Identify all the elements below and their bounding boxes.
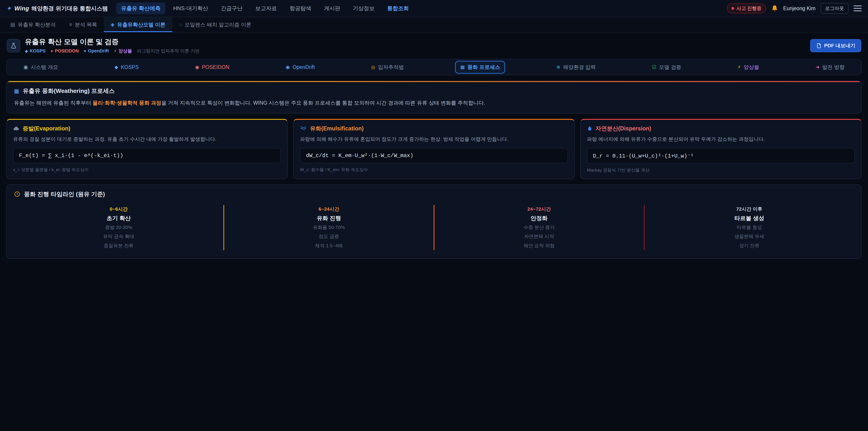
logo-text: Wing: [14, 5, 29, 12]
stage-detail: 자연분해 시작: [439, 233, 639, 240]
page-title: 유출유 확산 모델 이론 및 검증: [25, 37, 199, 47]
circle-icon: ●: [84, 49, 86, 53]
logout-button[interactable]: 로그아웃: [820, 3, 848, 14]
circle-icon: ◉: [195, 64, 199, 70]
wave-icon: [300, 125, 307, 131]
page-header: 유출유 확산 모델 이론 및 검증 ◆ KOSPS ● POSEIDON ● O…: [0, 33, 868, 58]
nav-item-integrated-search[interactable]: 통합조회: [382, 2, 414, 14]
page-header-iconbox: [7, 39, 20, 53]
tab-future-direction[interactable]: ➔ 발전 방향: [811, 61, 849, 73]
weathering-description: 유출유는 해면에 유출된 직후부터 물리·화학·생물학적 풍화 과정을 거쳐 지…: [14, 99, 854, 107]
tab-weathering-process[interactable]: ▦ 풍화 프로세스: [455, 61, 505, 73]
stage-name: 유화 진행: [229, 214, 429, 222]
formula-note: x_i: 성분별 몰분율 / k_ei: 증발 속도상수: [13, 167, 281, 173]
tab-ocean-environment-input[interactable]: ≋ 해양환경 입력: [552, 61, 601, 73]
weathering-intro-card: ▦ 유출유 풍화(Weathering) 프로세스 유출유는 해면에 유출된 직…: [6, 81, 862, 114]
grid-icon: ▦: [460, 64, 465, 70]
stage-detail: 수중 분산 증가: [439, 224, 639, 231]
timeline-stage-tarball: 72시간 이후 타르볼 생성 타르볼 형성 생물분해 우세 장기 잔류: [645, 205, 854, 250]
incident-status-badge[interactable]: 사고 진행중: [727, 3, 766, 13]
evaporation-card: 증발(Evaporation) 유류의 경질 성분이 대기로 증발하는 과정. …: [6, 119, 288, 179]
stage-detail: 유화율 50-70%: [229, 224, 429, 231]
stage-period: 0~6시간: [19, 206, 219, 212]
pdf-export-label: PDF 내보내기: [824, 42, 855, 49]
boom-icon: ◌: [179, 22, 182, 28]
navbar-right: 사고 진행중 Eunjeong Kim 로그아웃: [727, 3, 862, 14]
process-card-title: 증발(Evaporation): [23, 125, 70, 132]
wing-logo-icon: ✦: [6, 5, 11, 12]
stage-name: 타르볼 생성: [649, 214, 849, 222]
beaker-icon: [10, 42, 17, 49]
tab-system-overview[interactable]: ▣ 시스템 개요: [19, 61, 63, 73]
check-icon: ☑: [652, 64, 656, 70]
badge-label: KOSPS: [30, 49, 46, 54]
tab-label: 풍화 프로세스: [467, 64, 500, 71]
nav-item-weather-info[interactable]: 기상정보: [348, 2, 379, 14]
tab-opendrift[interactable]: ◉ OpenDrift: [281, 61, 320, 73]
process-cards-row: 증발(Evaporation) 유류의 경질 성분이 대기로 증발하는 과정. …: [6, 119, 862, 179]
timeline-stage-initial-spread: 0~6시간 초기 확산 증발 20-30% 유막 급속 확대 중질유분 잔류: [14, 205, 223, 250]
stage-detail: 유막 급속 확대: [19, 233, 219, 240]
process-card-description: 파랑에 의해 해수가 유류에 혼입되어 점도가 크게 증가하는 현상. 방제 작…: [300, 135, 568, 144]
nav-item-emergency-rescue[interactable]: 긴급구난: [216, 2, 248, 14]
app-root: ✦ Wing 해양환경 위기대응 통합시스템 유출유 확산예측 HNS·대기확산…: [0, 0, 868, 431]
nav-item-hns-air-diffusion[interactable]: HNS·대기확산: [168, 2, 213, 14]
tab-label: 시스템 개요: [31, 64, 58, 71]
nav-item-board[interactable]: 게시판: [319, 2, 345, 14]
incident-dot-icon: [732, 7, 734, 10]
stage-detail: 타르볼 형성: [649, 224, 849, 231]
badge-label: POSEIDON: [55, 49, 79, 54]
lightning-icon: ⚡: [114, 49, 117, 54]
dispersion-card: 자연분산(Dispersion) 파랑 에너지에 의해 유류가 수중으로 분산되…: [580, 119, 862, 179]
badge-ensemble: ⚡ 앙상블: [114, 48, 132, 54]
nav-item-aerial-search[interactable]: 항공탐색: [285, 2, 316, 14]
stage-name: 안정화: [439, 214, 639, 222]
main-nav: 유출유 확산예측 HNS·대기확산 긴급구난 보고자료 항공탐색 게시판 기상정…: [116, 2, 414, 14]
document-icon: [816, 43, 822, 49]
stage-period: 6~24시간: [229, 206, 429, 212]
pdf-export-button[interactable]: PDF 내보내기: [810, 39, 861, 52]
tab-ensemble[interactable]: ⚡ 앙상블: [733, 61, 764, 73]
tab-kosps[interactable]: ◆ KOSPS: [110, 61, 144, 73]
stage-detail: 체적 1.5~4배: [229, 242, 429, 249]
tab-model-validation[interactable]: ☑ 모델 검증: [647, 61, 686, 73]
app-title: 해양환경 위기대응 통합시스템: [31, 5, 108, 12]
badge-label: 앙상블: [119, 48, 132, 54]
process-card-title: 유화(Emulsification): [310, 125, 364, 132]
droplet-icon: [587, 125, 592, 131]
weathering-timeline-card: 풍화 진행 타임라인 (원유 기준) 0~6시간 초기 확산 증발 20-30%…: [6, 184, 862, 259]
notification-bell-icon[interactable]: [771, 5, 778, 12]
monitor-icon: ▣: [24, 64, 28, 70]
stage-detail: 중질유분 잔류: [19, 242, 219, 249]
stage-detail: 점도 급증: [229, 233, 429, 240]
subtab-oil-fence-algorithm-theory[interactable]: ◌ 오일펜스 배치 알고리즘 이론: [172, 17, 258, 32]
tab-label: KOSPS: [121, 64, 139, 70]
timeline-stage-stabilization: 24~72시간 안정화 수중 분산 증가 자연분해 시작 해안 표착 위험: [434, 205, 644, 250]
page-header-text: 유출유 확산 모델 이론 및 검증 ◆ KOSPS ● POSEIDON ● O…: [25, 37, 199, 54]
tab-label: 앙상블: [744, 64, 759, 71]
logo[interactable]: ✦ Wing 해양환경 위기대응 통합시스템: [6, 5, 108, 12]
subtab-analysis-list[interactable]: ≡ 분석 목록: [62, 17, 104, 32]
tab-poseidon[interactable]: ◉ POSEIDON: [190, 61, 235, 73]
stage-detail: 생물분해 우세: [649, 233, 849, 240]
subtab-label: 분석 목록: [75, 21, 97, 28]
stage-detail: 장기 잔류: [649, 242, 849, 249]
nav-item-oil-spill-forecast[interactable]: 유출유 확산예측: [116, 2, 166, 14]
process-card-description: 유류의 경질 성분이 대기로 증발하는 과정. 유출 초기 수시간 내에 가장 …: [13, 135, 281, 144]
top-navbar: ✦ Wing 해양환경 위기대응 통합시스템 유출유 확산예측 HNS·대기확산…: [0, 0, 868, 17]
process-card-description: 파랑 에너지에 의해 유류가 수중으로 분산되어 유막 두께가 감소하는 과정입…: [587, 135, 855, 144]
subtab-spill-analysis[interactable]: ▤ 유출유 확산분석: [4, 17, 62, 32]
menu-hamburger-icon[interactable]: [854, 5, 862, 11]
sub-tab-bar: ▤ 유출유 확산분석 ≡ 분석 목록 ◈ 유출유확산모델 이론 ◌ 오일펜스 배…: [0, 17, 868, 33]
page-subtitle: 라그랑지안 입자추적 이론 기반: [137, 48, 199, 54]
list-icon: ≡: [69, 22, 72, 28]
subtab-label: 유출유 확산분석: [18, 21, 56, 28]
timeline-title: 풍화 진행 타임라인 (원유 기준): [24, 190, 105, 198]
formula-note: W_c: 함수율 / K_em: 유화 속도상수: [300, 167, 568, 173]
tab-label: POSEIDON: [202, 64, 229, 70]
nav-item-reports[interactable]: 보고자료: [250, 2, 282, 14]
tab-particle-tracking[interactable]: ◎ 입자추적법: [366, 61, 409, 73]
dispersion-formula: D_r = 0.11·(U_w+U_c)²·(1+U_w)⁻¹: [587, 148, 855, 164]
evaporation-formula: F_e(t) = ∑ x_i·(1 - e^(-k_ei·t)): [13, 148, 281, 163]
subtab-diffusion-model-theory[interactable]: ◈ 유출유확산모델 이론: [104, 17, 172, 32]
